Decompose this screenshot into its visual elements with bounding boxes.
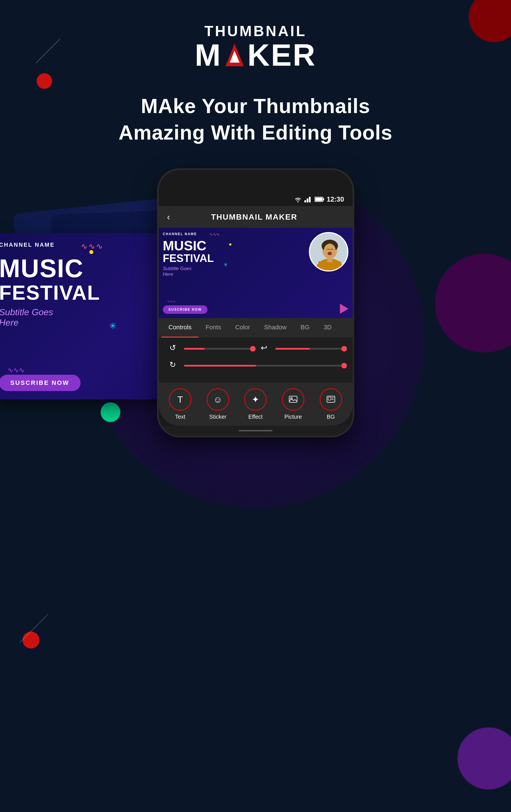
- tc-play-small[interactable]: [340, 303, 349, 314]
- bg-decoration-circle-bottom-left-red: [23, 632, 39, 648]
- slider-fill-2: [275, 348, 310, 350]
- signal-icon: [304, 196, 312, 202]
- tool-bg[interactable]: BG: [320, 388, 342, 420]
- phone-controls-tabs: Controls Fonts Color Shadow BG: [159, 318, 353, 338]
- phone-header-title: THUMBNAIL MAKER: [176, 212, 344, 222]
- picture-icon-svg: [289, 395, 298, 404]
- svg-rect-51: [319, 261, 341, 271]
- thumbnail-cards-container: CHANNEL NAME ∿∿∿: [30, 168, 481, 619]
- slider-icon-2: ↩: [259, 343, 270, 354]
- svg-rect-62: [331, 399, 334, 400]
- teal-circle-decoration: [101, 402, 120, 422]
- tc-wave-small: ∿∿∿: [209, 232, 219, 236]
- tc-subscribe-btn[interactable]: SUSCRIBE NOW: [0, 375, 81, 391]
- slider-row-2: ↻: [167, 360, 344, 371]
- slider-fill-1: [184, 348, 205, 350]
- logo-maker-text-m: M: [195, 39, 222, 70]
- wifi-icon: [294, 196, 302, 202]
- tc-music-section: MUSIC FESTIVAL ✳ Subtitle GoesHere: [0, 256, 100, 328]
- slider-fill-3: [184, 365, 256, 367]
- tc-channel-small: CHANNEL NAME: [163, 232, 197, 236]
- svg-rect-45: [309, 197, 310, 202]
- logo-container: THUMBNAIL M KER: [0, 23, 511, 70]
- battery-icon: [314, 197, 324, 202]
- tool-sticker[interactable]: ☺ Sticker: [207, 388, 229, 420]
- slider-row-1: ↺ ↩: [167, 343, 344, 354]
- tool-picture[interactable]: Picture: [282, 388, 304, 420]
- slider-icon-1: ↺: [167, 343, 178, 354]
- phone-notch: [228, 170, 284, 180]
- phone-section: CHANNEL NAME ∿∿∿: [0, 168, 511, 619]
- phone-thumbnail-preview: CHANNEL NAME ∿∿∿ MUSIC FESTIVAL Subtitle…: [159, 228, 353, 318]
- svg-point-54: [324, 243, 336, 258]
- bg-icon-svg: [326, 395, 335, 404]
- slider-icon-3: ↻: [167, 360, 178, 371]
- tool-bg-label: BG: [327, 414, 335, 420]
- tool-picture-label: Picture: [284, 414, 302, 420]
- svg-rect-44: [307, 199, 308, 202]
- channel-name: CHANNEL NAME: [0, 242, 55, 248]
- text-icon-letter: T: [178, 395, 183, 405]
- svg-rect-43: [304, 200, 306, 202]
- svg-rect-56: [327, 258, 332, 262]
- yellow-dot-small: [229, 243, 232, 245]
- phone-main: 12:30 ‹ THUMBNAIL MAKER CHANNEL NAME ∿∿∿…: [157, 168, 354, 437]
- tool-effect-label: Effect: [248, 414, 263, 420]
- svg-rect-47: [323, 198, 324, 200]
- logo-thumbnail-text: THUMBNAIL: [204, 23, 307, 39]
- slider-track-1[interactable]: [184, 348, 253, 350]
- header: THUMBNAIL M KER: [0, 0, 511, 76]
- phone-bottom-indicator: [159, 426, 353, 436]
- tab-3d[interactable]: 3D: [317, 318, 338, 338]
- tool-bg-icon: [320, 388, 342, 411]
- logo-triangle-icon: [224, 42, 245, 68]
- tc-music-small: MUSIC FESTIVAL Subtitle GoesHere: [163, 239, 214, 277]
- subtitle-section: MAke Your Thumbnails Amazing With Editin…: [0, 93, 511, 146]
- wave-small-bottom: ∿∿∿: [167, 299, 176, 303]
- slider-thumb-1[interactable]: [250, 346, 256, 352]
- tool-effect[interactable]: ✦ Effect: [244, 388, 267, 420]
- yellow-dot-1: [89, 250, 93, 254]
- tab-fonts[interactable]: Fonts: [199, 318, 228, 338]
- tc-subscribe-small[interactable]: SUSCRIBE NOW: [163, 306, 208, 314]
- tab-shadow[interactable]: Shadow: [257, 318, 294, 338]
- svg-point-55: [328, 252, 332, 255]
- phone-app-header: ‹ THUMBNAIL MAKER: [159, 206, 353, 228]
- svg-rect-61: [331, 397, 334, 398]
- subtitle-text: MAke Your Thumbnails Amazing With Editin…: [0, 93, 511, 146]
- tc-festival-title: FESTIVAL: [0, 281, 100, 304]
- tc-wave-bottom: ∿∿∿: [8, 366, 25, 374]
- slider-track-2[interactable]: [275, 348, 344, 350]
- tool-text-icon: T: [169, 388, 191, 411]
- tc-person-small: [309, 232, 349, 271]
- logo-maker-row: M KER: [195, 39, 316, 70]
- logo-maker-text-ker: KER: [247, 39, 316, 70]
- tool-picture-icon: [282, 388, 304, 411]
- svg-rect-60: [328, 397, 331, 400]
- phone-sliders-section: ↺ ↩: [159, 338, 353, 383]
- svg-rect-48: [315, 198, 323, 201]
- slider-thumb-2[interactable]: [341, 346, 347, 352]
- bg-decoration-circle-bottom-right: [457, 727, 511, 789]
- status-time: 12:30: [327, 195, 344, 203]
- slider-track-3[interactable]: [184, 365, 344, 367]
- tool-sticker-icon: ☺: [207, 388, 229, 411]
- tool-sticker-label: Sticker: [209, 414, 226, 420]
- tc-music-title: MUSIC: [0, 256, 100, 281]
- cyan-star-small: ✳: [223, 262, 228, 268]
- phone-top-bar: [159, 170, 353, 193]
- decorative-wave-top: ∿∿∿: [81, 242, 104, 251]
- back-button[interactable]: ‹: [167, 212, 170, 222]
- tab-bg[interactable]: BG: [294, 318, 317, 338]
- phone-frame: 12:30 ‹ THUMBNAIL MAKER CHANNEL NAME ∿∿∿…: [157, 168, 354, 437]
- svg-rect-57: [289, 396, 297, 402]
- tab-color[interactable]: Color: [228, 318, 257, 338]
- tab-controls[interactable]: Controls: [161, 318, 199, 338]
- phone-tools-section: T Text ☺ Sticker ✦: [159, 383, 353, 426]
- tc-subtitle: Subtitle GoesHere: [0, 307, 100, 328]
- tool-text[interactable]: T Text: [169, 388, 191, 420]
- effect-icon-wand: ✦: [252, 394, 259, 405]
- home-indicator: [239, 430, 273, 431]
- tool-effect-icon: ✦: [244, 388, 267, 411]
- slider-thumb-3[interactable]: [341, 363, 347, 369]
